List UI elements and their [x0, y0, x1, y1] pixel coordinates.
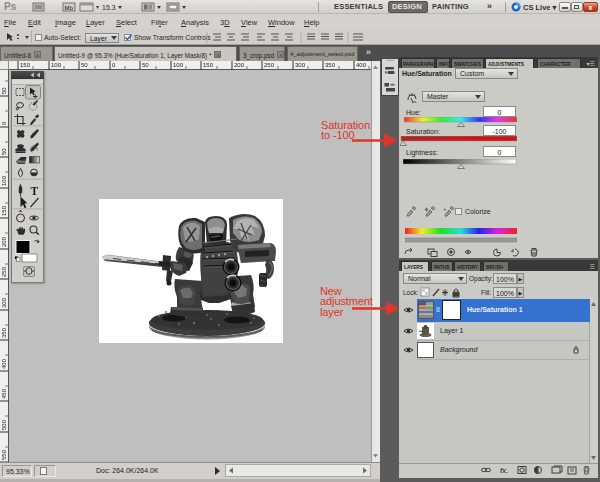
svg-text:+: +	[425, 206, 428, 212]
svg-text:150: 150	[1, 205, 7, 216]
svg-text:350: 350	[325, 62, 336, 68]
svg-text:50: 50	[1, 87, 7, 94]
svg-text:250: 250	[1, 266, 7, 277]
svg-text:15.3: 15.3	[102, 4, 116, 11]
svg-text:200: 200	[234, 62, 245, 68]
svg-text:300: 300	[1, 297, 7, 308]
svg-text:0: 0	[1, 121, 7, 125]
svg-text:50: 50	[1, 148, 7, 155]
svg-text:150: 150	[20, 62, 31, 68]
svg-text:150: 150	[203, 62, 214, 68]
svg-text:100: 100	[173, 62, 184, 68]
svg-text:50: 50	[142, 62, 149, 68]
svg-text:350: 350	[1, 327, 7, 338]
svg-text:400: 400	[1, 358, 7, 369]
svg-text:T: T	[31, 185, 39, 197]
svg-text:100: 100	[1, 175, 7, 186]
svg-text:500: 500	[1, 419, 7, 430]
svg-text:fx.: fx.	[500, 467, 508, 474]
svg-text:Mb: Mb	[65, 5, 74, 11]
svg-text:0: 0	[112, 62, 116, 68]
svg-text:50: 50	[81, 62, 88, 68]
svg-text:550: 550	[1, 449, 7, 460]
svg-text:400: 400	[356, 62, 367, 68]
svg-text:450: 450	[1, 388, 7, 399]
svg-text:100: 100	[51, 62, 62, 68]
svg-text:200: 200	[1, 236, 7, 247]
svg-text:250: 250	[264, 62, 275, 68]
svg-text:-: -	[444, 206, 446, 212]
svg-text:300: 300	[295, 62, 306, 68]
